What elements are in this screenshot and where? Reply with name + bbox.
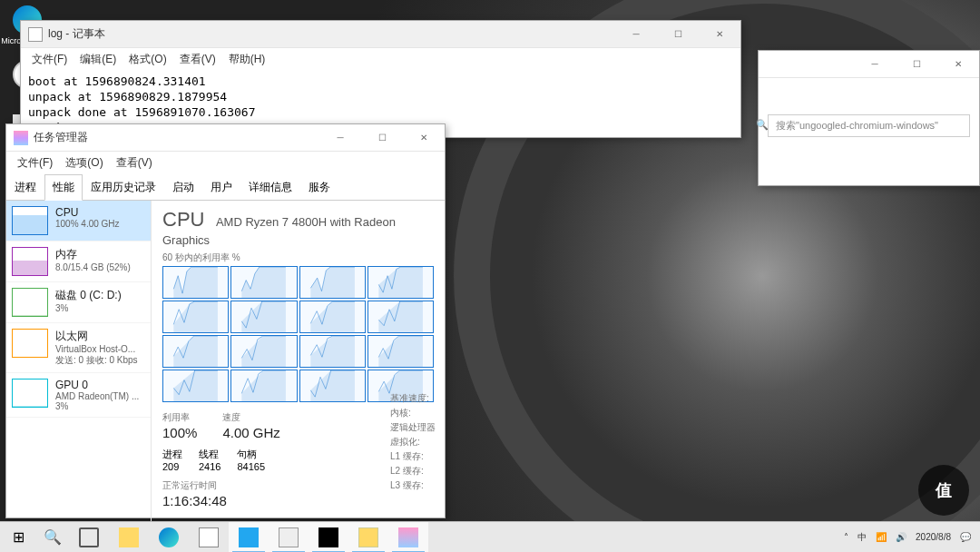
core-chart [368, 335, 434, 368]
tab-apphistory[interactable]: 应用历史记录 [83, 174, 164, 201]
tab-services[interactable]: 服务 [300, 174, 338, 201]
notepad-icon [28, 27, 43, 42]
minimize-button[interactable]: ─ [854, 51, 896, 78]
core-chart [162, 335, 229, 368]
core-chart [230, 266, 297, 299]
taskbar-vscode[interactable] [229, 522, 269, 553]
close-button[interactable]: ✕ [403, 124, 445, 152]
tray-notifications-icon[interactable]: 💬 [960, 532, 971, 542]
taskbar-store[interactable] [189, 522, 229, 553]
notepad-window[interactable]: log - 记事本 ─ ☐ ✕ 文件(F) 编辑(E) 格式(O) 查看(V) … [20, 20, 741, 138]
tray-network-icon[interactable]: 📶 [876, 532, 887, 542]
task-view-button[interactable] [69, 522, 109, 553]
taskmgr-main-panel: CPU AMD Ryzen 7 4800H with Radeon Graphi… [152, 201, 445, 524]
core-chart [162, 301, 229, 333]
sidebar-item-cpu[interactable]: CPU100% 4.00 GHz [6, 201, 151, 242]
explorer-window[interactable]: ─ ☐ ✕ 搜索"ungoogled-chromium-windows" [758, 50, 980, 186]
core-chart [230, 370, 297, 402]
smzdm-watermark-icon: 值 [918, 465, 969, 516]
taskbar-cmd[interactable] [309, 522, 348, 553]
speed-label: 速度 [222, 411, 279, 424]
threads-value: 2416 [199, 461, 220, 472]
maximize-button[interactable]: ☐ [361, 124, 403, 152]
core-chart [299, 370, 366, 402]
system-tray: ˄ 中 📶 🔊 2020/8/8 💬 [835, 531, 980, 544]
disk-thumbnail-graph [12, 288, 48, 317]
minimize-button[interactable]: ─ [319, 124, 361, 152]
utilization-label: 利用率 [162, 411, 197, 424]
core-chart [230, 301, 297, 333]
core-chart [299, 301, 366, 333]
menu-view[interactable]: 查看(V) [111, 153, 158, 172]
processes-value: 209 [162, 461, 182, 472]
uptime-label: 正常运行时间 [162, 479, 227, 492]
uptime-value: 1:16:34:48 [162, 493, 227, 508]
chart-label: 60 秒内的利用率 % [162, 251, 434, 264]
cpu-details: 基准速度: 内核: 逻辑处理器 虚拟化: L1 缓存: L2 缓存: L3 缓存… [390, 391, 436, 493]
maximize-button[interactable]: ☐ [896, 51, 937, 78]
core-chart [368, 266, 434, 299]
maximize-button[interactable]: ☐ [657, 21, 699, 48]
sidebar-item-disk[interactable]: 磁盘 0 (C: D:)3% [6, 282, 151, 323]
taskmgr-menubar: 文件(F) 选项(O) 查看(V) [6, 152, 445, 174]
handles-label: 句柄 [237, 448, 265, 461]
menu-options[interactable]: 选项(O) [60, 153, 108, 172]
close-button[interactable]: ✕ [699, 21, 740, 48]
tab-users[interactable]: 用户 [202, 174, 240, 201]
core-chart [368, 301, 434, 333]
tray-chevron-icon[interactable]: ˄ [844, 532, 848, 542]
start-button[interactable]: ⊞ [0, 528, 36, 546]
notepad-title: log - 记事本 [48, 26, 105, 42]
tray-clock[interactable]: 2020/8/8 [916, 532, 951, 543]
task-manager-window[interactable]: 任务管理器 ─ ☐ ✕ 文件(F) 选项(O) 查看(V) 进程 性能 应用历史… [5, 123, 446, 518]
taskmgr-icon [14, 131, 28, 145]
taskbar-taskmgr[interactable] [388, 522, 428, 553]
cpu-core-charts [162, 266, 434, 402]
sidebar-item-gpu[interactable]: GPU 0AMD Radeon(TM) ...3% [6, 373, 151, 418]
taskbar-notepad[interactable] [269, 522, 309, 553]
taskmgr-tabs: 进程 性能 应用历史记录 启动 用户 详细信息 服务 [6, 174, 445, 201]
close-button[interactable]: ✕ [937, 51, 979, 78]
menu-file[interactable]: 文件(F) [12, 153, 58, 172]
memory-thumbnail-graph [12, 247, 48, 276]
tray-ime[interactable]: 中 [858, 531, 867, 544]
processes-label: 进程 [162, 448, 182, 461]
notepad-menubar: 文件(F) 编辑(E) 格式(O) 查看(V) 帮助(H) [21, 48, 740, 71]
core-chart [299, 335, 366, 368]
core-chart [230, 335, 297, 368]
explorer-titlebar[interactable]: ─ ☐ ✕ [759, 51, 979, 78]
menu-file[interactable]: 文件(F) [26, 50, 73, 69]
gpu-thumbnail-graph [12, 379, 48, 408]
cpu-heading: CPU [162, 208, 204, 232]
core-chart [299, 266, 366, 299]
taskbar-edge[interactable] [149, 522, 189, 553]
handles-value: 84165 [237, 461, 265, 472]
menu-edit[interactable]: 编辑(E) [74, 50, 122, 69]
core-chart [162, 266, 229, 299]
minimize-button[interactable]: ─ [615, 21, 657, 48]
menu-view[interactable]: 查看(V) [174, 50, 221, 69]
tab-details[interactable]: 详细信息 [240, 174, 300, 201]
taskmgr-titlebar[interactable]: 任务管理器 ─ ☐ ✕ [6, 124, 445, 152]
tray-volume-icon[interactable]: 🔊 [896, 532, 906, 542]
menu-help[interactable]: 帮助(H) [223, 50, 271, 69]
tab-performance[interactable]: 性能 [44, 174, 83, 201]
utilization-value: 100% [162, 425, 197, 440]
core-chart [162, 370, 229, 402]
threads-label: 线程 [199, 448, 220, 461]
sidebar-item-ethernet[interactable]: 以太网VirtualBox Host-O...发送: 0 接收: 0 Kbps [6, 323, 151, 373]
tab-startup[interactable]: 启动 [164, 174, 202, 201]
menu-format[interactable]: 格式(O) [123, 50, 172, 69]
taskbar: ⊞ 🔍 ˄ 中 📶 🔊 2020/8/8 💬 [0, 521, 980, 552]
taskbar-search-icon[interactable]: 🔍 [36, 528, 69, 546]
tab-processes[interactable]: 进程 [6, 174, 44, 201]
cpu-thumbnail-graph [12, 206, 48, 235]
explorer-search-input[interactable]: 搜索"ungoogled-chromium-windows" [768, 114, 970, 137]
taskbar-explorer-open[interactable] [348, 522, 388, 553]
sidebar-item-memory[interactable]: 内存8.0/15.4 GB (52%) [6, 242, 151, 282]
speed-value: 4.00 GHz [222, 425, 279, 440]
taskbar-explorer[interactable] [109, 522, 149, 553]
taskmgr-title: 任务管理器 [34, 130, 88, 145]
net-thumbnail-graph [12, 329, 48, 358]
notepad-titlebar[interactable]: log - 记事本 ─ ☐ ✕ [21, 21, 740, 48]
